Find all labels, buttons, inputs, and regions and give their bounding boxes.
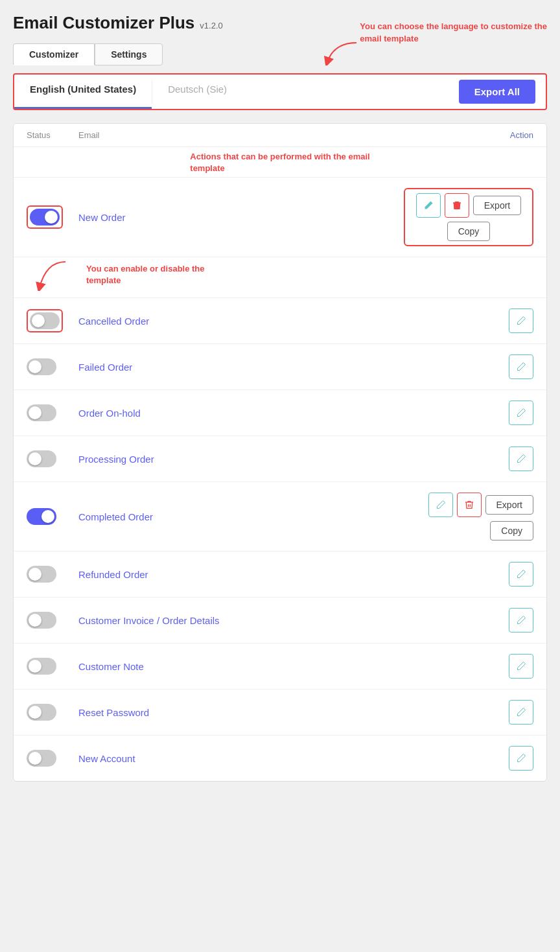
email-name-refunded-order: Refunded Order	[78, 569, 404, 580]
toggle-wrap-new-order	[27, 205, 78, 229]
email-name-new-order: New Order	[78, 212, 404, 223]
lang-annotation: You can choose the language to customize…	[360, 21, 547, 43]
table-row: Processing Order	[14, 436, 546, 482]
action-annotation: Actions that can be performed with the e…	[190, 151, 369, 174]
lang-tab-deutsch[interactable]: Deutsch (Sie)	[152, 75, 242, 109]
table-row: Failed Order	[14, 344, 546, 390]
action-buttons-reset-password	[404, 700, 533, 725]
toggle-completed-order[interactable]	[27, 508, 56, 525]
page-title: Email Customizer Plus	[13, 13, 194, 33]
email-name-order-onhold: Order On-hold	[78, 408, 404, 419]
email-name-new-account: New Account	[78, 753, 404, 764]
lang-tabs: English (United States) Deutsch (Sie)	[14, 75, 449, 109]
edit-button-failed-order[interactable]	[509, 354, 533, 379]
toggle-customer-note[interactable]	[27, 658, 56, 675]
toggle-failed-order[interactable]	[27, 358, 56, 375]
toggle-new-account[interactable]	[27, 750, 56, 767]
action-buttons-completed-order: Export Copy	[404, 493, 533, 540]
table-row: New Account	[14, 736, 546, 781]
email-name-failed-order: Failed Order	[78, 362, 404, 373]
edit-button-refunded-order[interactable]	[509, 562, 533, 586]
export-all-button[interactable]: Export All	[459, 80, 535, 104]
lang-tab-english[interactable]: English (United States)	[14, 75, 152, 109]
action-buttons-customer-invoice	[404, 608, 533, 633]
toggle-wrap-failed	[27, 358, 78, 375]
action-buttons-new-order: Export Copy	[404, 188, 533, 246]
table-row: New Order Export Copy	[14, 178, 546, 257]
email-name-processing-order: Processing Order	[78, 454, 404, 465]
toggle-wrap-invoice	[27, 612, 78, 629]
table-row: Completed Order Export Copy	[14, 482, 546, 551]
toggle-wrap-processing	[27, 450, 78, 467]
table-row: Cancelled Order	[14, 298, 546, 344]
toggle-cancelled-order[interactable]	[30, 312, 60, 329]
toggle-wrap-cancelled	[27, 309, 78, 332]
action-buttons-new-account	[404, 746, 533, 771]
email-table: Status Email Action Actions that can be …	[13, 123, 547, 782]
language-section: English (United States) Deutsch (Sie) Ex…	[13, 73, 547, 110]
top-nav: Customizer Settings	[13, 43, 547, 65]
export-button-completed-order[interactable]: Export	[485, 495, 533, 515]
table-row: Refunded Order	[14, 551, 546, 598]
delete-button-completed-order[interactable]	[457, 493, 482, 517]
table-row: Order On-hold	[14, 390, 546, 436]
action-buttons-cancelled-order	[404, 308, 533, 333]
delete-button-new-order[interactable]	[445, 193, 469, 218]
edit-button-order-onhold[interactable]	[509, 401, 533, 425]
edit-button-completed-order[interactable]	[428, 493, 453, 517]
col-header-status: Status	[27, 130, 78, 140]
table-row: Reset Password	[14, 690, 546, 736]
toggle-wrap-onhold	[27, 404, 78, 421]
toggle-reset-password[interactable]	[27, 704, 56, 721]
toggle-wrap-reset-password	[27, 704, 78, 721]
table-row: Customer Invoice / Order Details	[14, 598, 546, 644]
tab-settings[interactable]: Settings	[95, 43, 163, 65]
lang-annotation-arrow	[321, 40, 360, 65]
edit-button-customer-invoice[interactable]	[509, 608, 533, 633]
copy-button-new-order[interactable]: Copy	[447, 222, 491, 241]
edit-button-customer-note[interactable]	[509, 654, 533, 679]
tab-customizer[interactable]: Customizer	[13, 43, 95, 65]
edit-button-reset-password[interactable]	[509, 700, 533, 725]
toggle-refunded-order[interactable]	[27, 566, 56, 583]
action-buttons-failed-order	[404, 354, 533, 379]
action-buttons-refunded-order	[404, 562, 533, 586]
col-header-email: Email	[78, 130, 404, 140]
table-header: Status Email Action	[14, 124, 546, 147]
edit-button-cancelled-order[interactable]	[509, 308, 533, 333]
toggle-processing-order[interactable]	[27, 450, 56, 467]
email-name-completed-order: Completed Order	[78, 511, 404, 522]
version-badge: v1.2.0	[200, 21, 222, 30]
edit-button-new-order[interactable]	[416, 193, 441, 218]
edit-button-new-account[interactable]	[509, 746, 533, 771]
toggle-wrap-customer-note	[27, 658, 78, 675]
edit-button-processing-order[interactable]	[509, 447, 533, 471]
email-name-customer-note: Customer Note	[78, 661, 404, 672]
toggle-wrap-refunded	[27, 566, 78, 583]
email-name-customer-invoice: Customer Invoice / Order Details	[78, 615, 404, 626]
toggle-order-onhold[interactable]	[27, 404, 56, 421]
email-name-reset-password: Reset Password	[78, 707, 404, 718]
toggle-wrap-new-account	[27, 750, 78, 767]
col-header-action: Action	[404, 130, 533, 140]
copy-button-completed-order[interactable]: Copy	[490, 521, 533, 540]
table-row: Customer Note	[14, 644, 546, 690]
action-buttons-customer-note	[404, 654, 533, 679]
export-button-new-order[interactable]: Export	[473, 196, 521, 215]
action-buttons-processing-order	[404, 447, 533, 471]
toggle-wrap-completed	[27, 508, 78, 525]
toggle-customer-invoice[interactable]	[27, 612, 56, 629]
action-buttons-order-onhold	[404, 401, 533, 425]
toggle-new-order[interactable]	[30, 209, 60, 226]
email-name-cancelled-order: Cancelled Order	[78, 316, 404, 327]
toggle-annotation-arrow	[27, 259, 78, 291]
toggle-annotation: You can enable or disable thetemplate	[86, 263, 205, 286]
